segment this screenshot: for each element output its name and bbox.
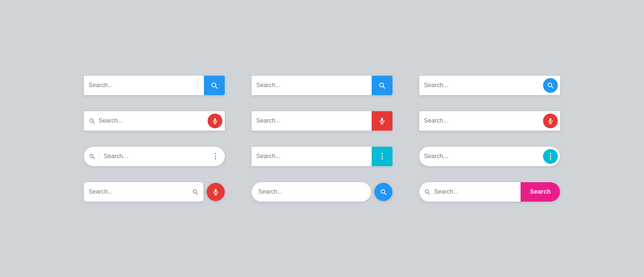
search-input[interactable]: [256, 82, 367, 89]
mic-icon: [212, 188, 219, 196]
search-input[interactable]: [89, 188, 192, 195]
search-bar-r4c2: [252, 182, 392, 202]
search-icon: [378, 81, 386, 89]
dots-icon: ⋮: [547, 152, 554, 161]
mic-button[interactable]: [207, 183, 225, 201]
svg-line-20: [196, 193, 198, 194]
search-input[interactable]: [89, 82, 198, 89]
dots-button[interactable]: ⋮: [372, 147, 392, 166]
divider: [99, 151, 100, 162]
search-input[interactable]: [424, 82, 538, 89]
search-icon: [89, 153, 95, 160]
search-bar-r3c1: ⋮: [84, 147, 225, 166]
search-bar-r3c3: ⋮: [419, 147, 560, 166]
mic-button[interactable]: [372, 111, 392, 131]
svg-line-3: [383, 86, 385, 88]
svg-line-1: [215, 86, 217, 88]
search-input[interactable]: [256, 153, 367, 160]
search-input-area: [84, 182, 203, 202]
divider: [198, 80, 198, 91]
dots-button[interactable]: ⋮: [543, 149, 558, 164]
search-input[interactable]: [99, 117, 203, 124]
svg-line-18: [93, 157, 95, 159]
search-input-area: [252, 182, 371, 202]
search-input-area: [419, 111, 543, 131]
search-bar-r4c3: Search: [419, 182, 560, 202]
svg-rect-21: [215, 189, 217, 192]
mic-icon: [547, 118, 554, 124]
search-button[interactable]: [543, 78, 558, 93]
search-bars-grid: ⋮ ⋮ ⋮: [84, 76, 560, 202]
svg-rect-14: [550, 118, 551, 121]
dots-icon: ⋮: [378, 152, 386, 161]
search-input-area: [84, 76, 204, 95]
search-input-area: [419, 147, 543, 166]
dots-icon[interactable]: ⋮: [212, 152, 219, 161]
search-button[interactable]: [372, 76, 392, 95]
search-icon: [424, 189, 431, 195]
svg-line-27: [428, 193, 430, 194]
search-input[interactable]: [104, 153, 207, 160]
mic-icon: [212, 118, 218, 124]
search-input-area: [419, 76, 543, 95]
search-button[interactable]: [204, 76, 225, 95]
svg-line-7: [93, 122, 95, 123]
mic-button[interactable]: [543, 114, 558, 128]
search-button[interactable]: Search: [521, 182, 560, 202]
search-input-area: [252, 147, 372, 166]
search-button[interactable]: [374, 183, 392, 201]
search-bar-r2c3: [419, 111, 560, 131]
search-bar-r2c2: [252, 111, 392, 131]
search-input-area: [252, 111, 372, 131]
search-input-area: [84, 147, 212, 166]
search-bar-r3c2: ⋮: [252, 147, 392, 166]
search-input[interactable]: [258, 188, 364, 195]
svg-rect-11: [381, 118, 383, 121]
svg-rect-8: [214, 118, 216, 121]
search-input[interactable]: [434, 188, 516, 195]
search-icon: [89, 118, 95, 124]
search-icon: [547, 82, 554, 89]
search-icon: [380, 188, 387, 196]
search-input-area: [252, 76, 372, 95]
search-input-area: [419, 182, 521, 202]
search-bar-r2c1: [84, 111, 225, 131]
search-input[interactable]: [424, 117, 538, 124]
svg-line-5: [551, 86, 553, 88]
search-bar-r1c3: [419, 76, 560, 95]
search-icon: [192, 189, 199, 195]
mic-button[interactable]: [208, 114, 222, 128]
search-input[interactable]: [424, 153, 538, 160]
search-bar-r1c2: [252, 76, 392, 95]
search-input[interactable]: [256, 117, 367, 124]
svg-line-25: [384, 193, 386, 194]
search-input-area: [84, 111, 208, 131]
mic-icon: [378, 117, 386, 125]
search-bar-r1c1: [84, 76, 225, 95]
search-icon: [210, 81, 218, 89]
search-bar-r4c1: [84, 182, 225, 202]
